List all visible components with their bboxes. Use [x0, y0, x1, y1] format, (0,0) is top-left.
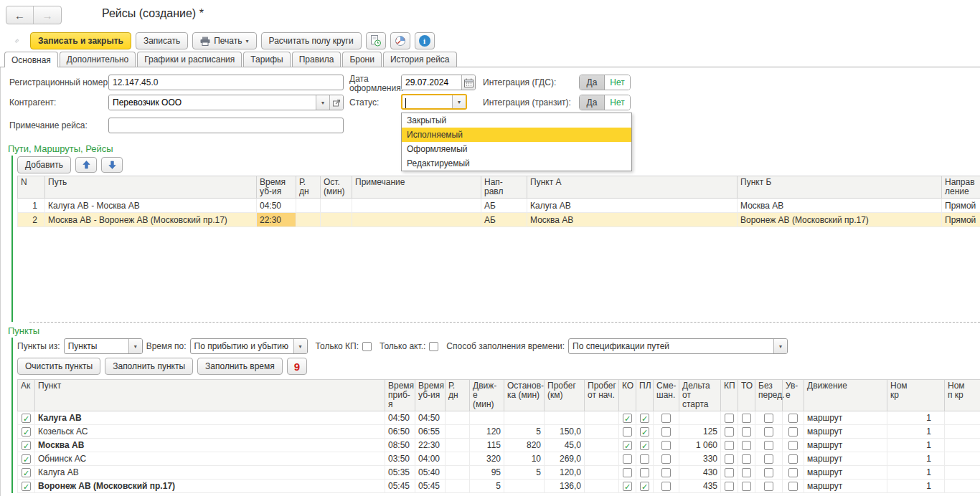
- pl-checkbox[interactable]: [640, 441, 649, 450]
- note-input[interactable]: [108, 118, 344, 133]
- point-row[interactable]: Москва АВ 08:50 22:30 115 820 45,0 1 060: [18, 439, 980, 452]
- no-handover-checkbox[interactable]: [764, 482, 773, 491]
- point-arr-time-cell[interactable]: 03:50: [385, 452, 415, 466]
- point-nom-pkr-cell[interactable]: [945, 480, 980, 493]
- status-input[interactable]: [406, 95, 452, 108]
- pl-checkbox[interactable]: [640, 482, 649, 491]
- route-row[interactable]: 1 Калуга АВ - Москва АВ 04:50 АБ Калуга …: [18, 199, 980, 213]
- kp-checkbox[interactable]: [725, 414, 734, 423]
- status-option[interactable]: Исполняемый: [402, 128, 631, 142]
- add-route-button[interactable]: Добавить: [17, 156, 71, 173]
- point-nom-kr-cell[interactable]: 1: [887, 452, 945, 466]
- print-button[interactable]: Печать ▾: [192, 32, 256, 49]
- fill-method-dropdown-button[interactable]: ▾: [773, 339, 787, 353]
- route-path-cell[interactable]: Калуга АВ - Москва АВ: [45, 199, 257, 213]
- point-run-km-cell[interactable]: 136,0: [545, 480, 585, 493]
- mixed-checkbox[interactable]: [661, 414, 671, 423]
- point-nom-pkr-cell[interactable]: [945, 411, 980, 425]
- point-movement-cell[interactable]: маршрут: [804, 466, 887, 480]
- kp-checkbox[interactable]: [725, 441, 734, 450]
- kp-checkbox[interactable]: [725, 468, 734, 477]
- kp-checkbox[interactable]: [725, 427, 734, 437]
- point-movement-cell[interactable]: маршрут: [804, 452, 887, 466]
- uve-checkbox[interactable]: [788, 427, 798, 437]
- point-delta-cell[interactable]: [679, 411, 721, 425]
- point-nom-kr-cell[interactable]: 1: [887, 425, 945, 439]
- fill-time-button[interactable]: Заполнить время: [197, 358, 283, 375]
- point-dep-time-cell[interactable]: 04:00: [415, 452, 446, 466]
- point-run-km-cell[interactable]: 269,0: [545, 452, 585, 466]
- point-dep-time-cell[interactable]: 05:40: [415, 466, 446, 480]
- route-dir-short-cell[interactable]: АБ: [481, 199, 527, 213]
- contractor-open-button[interactable]: [329, 95, 343, 110]
- point-active-checkbox[interactable]: [22, 414, 31, 423]
- integration-gds-yes-button[interactable]: Да: [580, 75, 605, 90]
- attachments-button[interactable]: [7, 32, 26, 49]
- point-rdn-cell[interactable]: [446, 439, 470, 452]
- no-handover-checkbox[interactable]: [764, 454, 773, 464]
- point-movement-cell[interactable]: маршрут: [804, 480, 887, 493]
- tab[interactable]: Тарифы: [243, 52, 290, 67]
- uve-checkbox[interactable]: [788, 454, 798, 464]
- point-arr-time-cell[interactable]: 08:50: [385, 439, 415, 452]
- pl-checkbox[interactable]: [640, 454, 649, 464]
- ko-checkbox[interactable]: [623, 441, 632, 450]
- point-movement-cell[interactable]: маршрут: [804, 425, 887, 439]
- to-checkbox[interactable]: [742, 427, 751, 437]
- no-handover-checkbox[interactable]: [764, 468, 773, 477]
- point-row[interactable]: Калуга АВ 04:50 04:50: [18, 411, 980, 425]
- route-direction-cell[interactable]: Прямой: [942, 199, 980, 213]
- point-run-from-start-cell[interactable]: [585, 439, 619, 452]
- route-stop-min-cell[interactable]: [321, 199, 352, 213]
- contractor-input[interactable]: [109, 95, 316, 110]
- point-movement-cell[interactable]: маршрут: [804, 411, 887, 425]
- point-active-checkbox[interactable]: [22, 427, 31, 437]
- point-arr-time-cell[interactable]: 05:45: [385, 480, 415, 493]
- point-active-checkbox[interactable]: [22, 454, 31, 464]
- point-stop-min-cell[interactable]: [504, 411, 545, 425]
- no-handover-checkbox[interactable]: [764, 441, 773, 450]
- ko-checkbox[interactable]: [623, 454, 632, 464]
- point-rdn-cell[interactable]: [446, 411, 470, 425]
- mixed-checkbox[interactable]: [661, 482, 671, 491]
- forward-button[interactable]: →: [34, 6, 61, 24]
- move-down-button[interactable]: [101, 157, 123, 173]
- route-stop-min-cell[interactable]: [321, 213, 352, 227]
- point-nom-kr-cell[interactable]: 1: [887, 411, 945, 425]
- point-delta-cell[interactable]: 330: [679, 452, 721, 466]
- point-name-cell[interactable]: Козельск АС: [35, 425, 385, 439]
- point-run-from-start-cell[interactable]: [585, 466, 619, 480]
- point-rdn-cell[interactable]: [446, 452, 470, 466]
- route-dep-time-cell[interactable]: 22:30: [257, 213, 296, 227]
- fill-method-combo[interactable]: По спецификации путей ▾: [568, 338, 788, 354]
- point-name-cell[interactable]: Обнинск АС: [35, 452, 385, 466]
- point-row[interactable]: Калуга АВ 05:35 05:40 95 5 120,0 430: [18, 466, 980, 480]
- only-kp-checkbox[interactable]: [362, 342, 372, 351]
- point-nom-pkr-cell[interactable]: [945, 439, 980, 452]
- calc-semicircles-button[interactable]: Расчитать полу круги: [261, 32, 362, 49]
- pl-checkbox[interactable]: [640, 414, 649, 423]
- point-rdn-cell[interactable]: [446, 425, 470, 439]
- move-up-button[interactable]: [75, 157, 97, 173]
- reg-number-input[interactable]: [108, 75, 344, 90]
- route-rdn-cell[interactable]: [296, 199, 321, 213]
- clear-points-button[interactable]: Очистить пункты: [17, 358, 100, 375]
- tab[interactable]: Правила: [292, 52, 341, 67]
- tab[interactable]: Основная: [4, 52, 58, 67]
- uve-checkbox[interactable]: [788, 468, 798, 477]
- point-active-checkbox[interactable]: [22, 468, 31, 477]
- route-path-cell[interactable]: Москва АВ - Воронеж АВ (Московский пр.17…: [45, 213, 257, 227]
- info-button[interactable]: i: [415, 32, 435, 49]
- status-option[interactable]: Редактируемый: [402, 156, 631, 171]
- point-run-from-start-cell[interactable]: [585, 425, 619, 439]
- point-delta-cell[interactable]: 125: [679, 425, 721, 439]
- point-nom-pkr-cell[interactable]: [945, 425, 980, 439]
- tab[interactable]: Дополнительно: [60, 52, 136, 67]
- points-source-combo[interactable]: Пункты ▾: [64, 338, 143, 354]
- route-direction-cell[interactable]: Прямой: [942, 213, 980, 227]
- point-move-min-cell[interactable]: 95: [470, 466, 504, 480]
- fill-points-button[interactable]: Заполнить пункты: [105, 358, 193, 375]
- point-name-cell[interactable]: Москва АВ: [35, 439, 385, 452]
- point-nom-kr-cell[interactable]: 1: [887, 439, 945, 452]
- point-move-min-cell[interactable]: 320: [470, 452, 504, 466]
